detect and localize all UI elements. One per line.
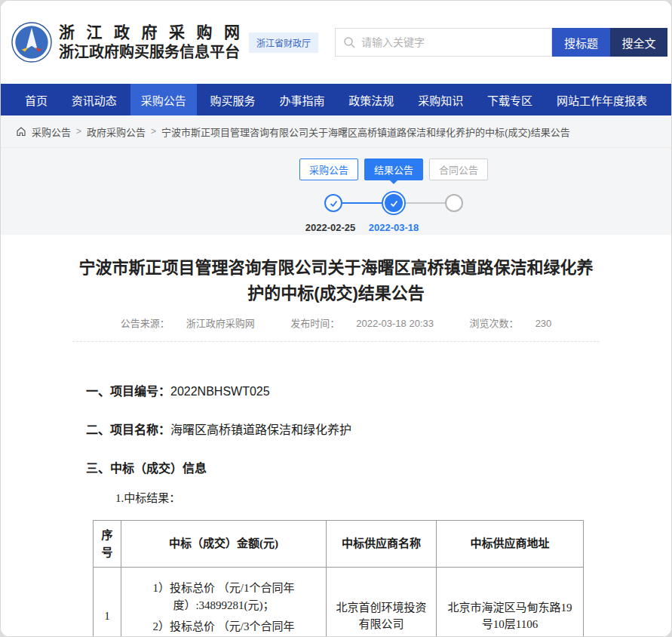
meta-time: 发布时间：2022-03-18 20:33: [282, 318, 442, 329]
stage-connector-done: [342, 202, 382, 204]
announcement-stage-band: 采购公告 结果公告 合同公告: [1, 148, 671, 235]
search-fulltext-button[interactable]: 搜全文: [610, 28, 667, 57]
site-name: 浙江政府采购网: [59, 23, 240, 42]
meta-views-value: 230: [535, 318, 552, 329]
meta-source: 公告来源：浙江政府采购网: [112, 318, 263, 329]
site-title-block: 浙江政府采购网 浙江政府购买服务信息平台: [59, 23, 240, 61]
site-subname: 浙江政府购买服务信息平台: [59, 43, 240, 62]
table-header-row: 序号 中标（成交）金额(元) 中标供应商名称 中标供应商地址: [94, 521, 584, 568]
award-result-table: 序号 中标（成交）金额(元) 中标供应商名称 中标供应商地址 1 1）投标总价 …: [93, 520, 584, 637]
tab-result-notice[interactable]: 结果公告: [364, 158, 423, 180]
nav-item-annual-report[interactable]: 网站工作年度报表: [546, 84, 658, 115]
meta-views: 浏览次数：230: [462, 318, 560, 329]
breadcrumb: 采购公告 > 政府采购公告 > 宁波市斯正项目管理咨询有限公司关于海曙区高桥镇道…: [1, 115, 671, 148]
stage-dates: 2022-02-25 2022-03-18: [318, 222, 469, 235]
nav-item-home[interactable]: 首页: [14, 84, 58, 115]
stage-tabs: 采购公告 结果公告 合同公告: [299, 158, 488, 180]
section-project-number: 一、项目编号：2022NBHSWT025: [86, 381, 599, 399]
project-name-value: 海曙区高桥镇道路保洁和绿化养护: [170, 423, 351, 436]
meta-time-value: 2022-03-18 20:33: [356, 318, 434, 329]
meta-views-label: 浏览次数：: [470, 318, 519, 329]
site-logo-icon: [11, 22, 52, 63]
section-project-name: 二、项目名称：海曙区高桥镇道路保洁和绿化养护: [86, 420, 599, 438]
col-header-address: 中标供应商地址: [437, 521, 584, 568]
stage-progress: [324, 191, 463, 215]
stage-done-check-icon: [324, 194, 342, 212]
project-number-label: 一、项目编号：: [86, 385, 170, 398]
nav-item-download[interactable]: 下载专区: [477, 84, 543, 115]
amount-line-1: 1）投标总价 （元/1个合同年度）:34899281(元)；: [127, 580, 320, 614]
amount-line-2: 2）投标总价 （元/3个合同年度）:100729804(元)。: [127, 618, 320, 637]
tab-contract-notice[interactable]: 合同公告: [429, 158, 488, 180]
breadcrumb-item-1[interactable]: 采购公告: [32, 125, 71, 139]
search-group: 搜标题 搜全文: [335, 28, 667, 57]
article-content: 宁波市斯正项目管理咨询有限公司关于海曙区高桥镇道路保洁和绿化养护的中标(成交)结…: [1, 235, 671, 637]
search-title-button[interactable]: 搜标题: [552, 28, 610, 57]
search-box[interactable]: [335, 28, 552, 57]
award-info-label: 三、中标（成交）信息: [86, 462, 207, 475]
breadcrumb-separator: >: [151, 126, 156, 137]
table-row: 1 1）投标总价 （元/1个合同年度）:34899281(元)； 2）投标总价 …: [94, 568, 584, 637]
stage-date-procurement: 2022-02-25: [305, 222, 356, 233]
meta-source-value: 浙江政府采购网: [186, 318, 255, 329]
cell-supplier: 北京首创环境投资有限公司: [327, 568, 437, 637]
nav-item-guide[interactable]: 办事指南: [268, 84, 335, 115]
project-name-label: 二、项目名称：: [86, 423, 170, 436]
nav-item-procurement-notice[interactable]: 采购公告: [130, 84, 197, 115]
search-icon: [343, 36, 355, 48]
meta-time-label: 发布时间：: [290, 318, 339, 329]
site-header: 浙江政府采购网 浙江政府购买服务信息平台 浙江省财政厅 搜标题 搜全文: [1, 1, 671, 84]
authority-badge: 浙江省财政厅: [249, 32, 318, 53]
stage-pending-circle-icon: [445, 194, 463, 212]
stage-active-check-icon: [382, 191, 406, 215]
col-header-supplier: 中标供应商名称: [327, 521, 437, 568]
tab-pointer: [388, 179, 399, 184]
meta-divider: [72, 341, 600, 342]
breadcrumb-item-2[interactable]: 政府采购公告: [87, 125, 146, 139]
page-card: 浙江政府采购网 浙江政府购买服务信息平台 浙江省财政厅 搜标题 搜全文 首页 资…: [0, 0, 672, 637]
tab-result-notice-label: 结果公告: [374, 165, 413, 176]
stage-date-result: 2022-03-18: [369, 222, 419, 233]
nav-item-purchase-service[interactable]: 购买服务: [200, 84, 266, 115]
project-number-value: 2022NBHSWT025: [170, 385, 270, 398]
breadcrumb-item-current: 宁波市斯正项目管理咨询有限公司关于海曙区高桥镇道路保洁和绿化养护的中标(成交)结…: [161, 125, 570, 139]
meta-source-label: 公告来源：: [121, 318, 170, 329]
cell-index: 1: [94, 568, 121, 637]
breadcrumb-separator: >: [76, 126, 81, 137]
home-icon: [16, 126, 26, 137]
main-nav: 首页 资讯动态 采购公告 购买服务 办事指南 政策法规 采购知识 下载专区 网站…: [1, 84, 671, 115]
col-header-amount: 中标（成交）金额(元): [121, 521, 327, 568]
section-award-info: 三、中标（成交）信息: [86, 458, 599, 476]
nav-item-news[interactable]: 资讯动态: [61, 84, 127, 115]
stage-connector-pending: [406, 202, 445, 204]
article-meta: 公告来源：浙江政府采购网 发布时间：2022-03-18 20:33 浏览次数：…: [1, 315, 671, 330]
search-input[interactable]: [361, 36, 544, 48]
article-body: 一、项目编号：2022NBHSWT025 二、项目名称：海曙区高桥镇道路保洁和绿…: [86, 381, 599, 637]
nav-item-knowledge[interactable]: 采购知识: [407, 84, 474, 115]
cell-address: 北京市海淀区马甸东路19号10层1106: [437, 568, 584, 637]
article-title: 宁波市斯正项目管理咨询有限公司关于海曙区高桥镇道路保洁和绿化养护的中标(成交)结…: [72, 255, 600, 306]
nav-item-policy[interactable]: 政策法规: [338, 84, 404, 115]
cell-amount: 1）投标总价 （元/1个合同年度）:34899281(元)； 2）投标总价 （元…: [121, 568, 327, 637]
award-result-subtitle: 1.中标结果：: [115, 489, 599, 505]
stage-timeline: 采购公告 结果公告 合同公告: [273, 158, 514, 235]
tab-procurement-notice[interactable]: 采购公告: [299, 158, 358, 180]
col-header-index: 序号: [94, 521, 121, 568]
